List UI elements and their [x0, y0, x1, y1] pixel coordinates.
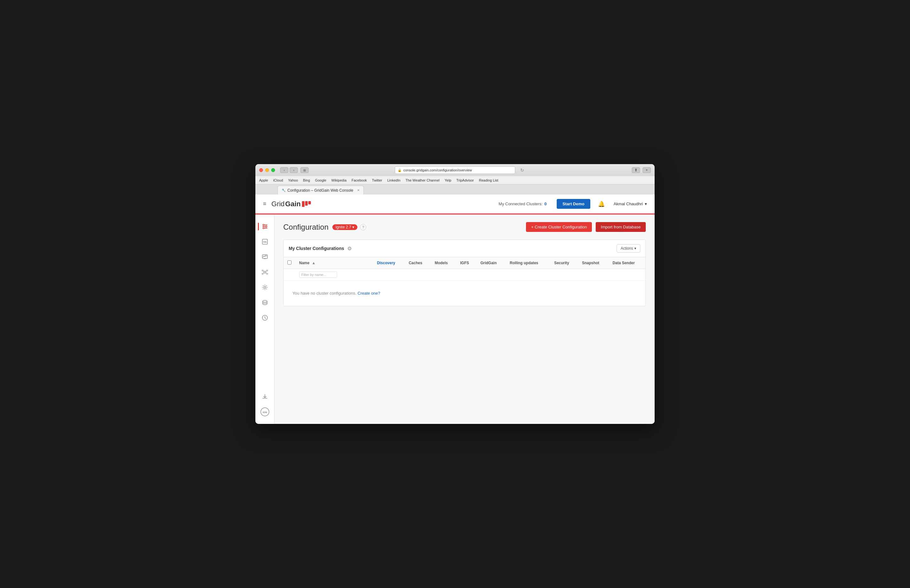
create-one-link[interactable]: Create one? — [358, 291, 381, 296]
create-cluster-config-button[interactable]: + Create Cluster Configuration — [526, 222, 592, 232]
snapshot-column-header: Snapshot — [578, 257, 609, 269]
sidebar-item-scheduler[interactable] — [258, 311, 272, 325]
filter-by-name-input[interactable] — [299, 271, 337, 278]
close-button[interactable] — [259, 168, 263, 172]
tab-title: Configuration – GridGain Web Console — [288, 188, 353, 192]
svg-point-15 — [267, 273, 268, 275]
ignite-logo-icon: IGN — [260, 407, 269, 416]
name-col-label: Name — [299, 261, 310, 265]
sidebar-item-cluster[interactable] — [258, 265, 272, 279]
bookmark-yahoo[interactable]: Yahoo — [288, 178, 298, 182]
clock-icon — [262, 315, 268, 321]
bookmark-apple[interactable]: Apple — [259, 178, 268, 182]
new-tab-button[interactable]: + — [643, 167, 651, 173]
svg-point-11 — [264, 271, 266, 273]
logo-bar-1 — [302, 201, 304, 207]
filter-caches-cell — [405, 269, 431, 281]
lock-icon: 🔒 — [398, 168, 401, 172]
table-card-header: My Cluster Configurations ⚙ Actions ▾ — [284, 240, 645, 257]
mac-window: ‹ › ⊞ 🔒 console.gridgain.com/configurati… — [255, 164, 655, 424]
cluster-icon — [262, 269, 268, 275]
bookmarks-bar: Apple iCloud Yahoo Bing Google Wikipedia… — [255, 176, 655, 184]
bookmark-tripadvisor[interactable]: TripAdvisor — [456, 178, 474, 182]
connected-clusters-label: My Connected Clusters: 0 — [499, 202, 547, 206]
bookmark-weather[interactable]: The Weather Channel — [406, 178, 440, 182]
bookmark-wikipedia[interactable]: Wikipedia — [331, 178, 347, 182]
logo-bar-2 — [305, 201, 308, 206]
select-all-header — [284, 257, 295, 269]
logo-icon — [302, 201, 311, 207]
svg-point-12 — [262, 270, 263, 271]
empty-state-row: You have no cluster configurations. Crea… — [284, 281, 645, 306]
sidebar-toggle-button[interactable]: ⊞ — [301, 167, 309, 173]
reload-button[interactable]: ↻ — [520, 168, 524, 173]
help-button[interactable]: ? — [360, 224, 366, 230]
security-column-header: Security — [550, 257, 578, 269]
forward-button[interactable]: › — [289, 167, 298, 173]
hamburger-icon[interactable]: ≡ — [263, 200, 267, 207]
select-all-checkbox[interactable] — [288, 260, 291, 265]
address-bar[interactable]: 🔒 console.gridgain.com/configuration/ove… — [395, 166, 515, 174]
app-header: ≡ GridGain My Connected Clusters: 0 Star… — [255, 194, 655, 213]
version-badge[interactable]: Ignite 2.7 ▾ — [332, 224, 357, 230]
user-name: Akmal Chaudhri — [614, 202, 643, 206]
title-bar-actions: ⬆ + — [632, 167, 651, 173]
start-demo-button[interactable]: Start Demo — [557, 199, 590, 209]
bookmark-icloud[interactable]: iCloud — [273, 178, 283, 182]
page-header: Configuration Ignite 2.7 ▾ ? + Create Cl… — [283, 222, 646, 232]
svg-point-3 — [263, 224, 264, 226]
logo-gain-text: Gain — [285, 200, 301, 208]
import-from-database-button[interactable]: Import from Database — [596, 222, 646, 232]
bookmark-bing[interactable]: Bing — [303, 178, 310, 182]
filter-snapshot-cell — [578, 269, 609, 281]
nav-buttons: ‹ › — [280, 167, 298, 173]
sidebar-item-ignite-logo[interactable]: IGN — [258, 405, 272, 419]
tab-close-button[interactable]: ✕ — [357, 189, 360, 192]
sidebar-item-configuration[interactable] — [258, 220, 272, 234]
sidebar-item-sql[interactable]: SQL — [258, 235, 272, 249]
bookmark-facebook[interactable]: Facebook — [352, 178, 367, 182]
connected-label-text: My Connected Clusters: — [499, 202, 543, 206]
bookmark-yelp[interactable]: Yelp — [444, 178, 451, 182]
share-button[interactable]: ⬆ — [632, 167, 640, 173]
logo[interactable]: GridGain — [272, 200, 311, 208]
discovery-link[interactable]: Discovery — [377, 261, 395, 265]
actions-arrow-icon: ▾ — [634, 246, 636, 250]
config-icon — [262, 223, 268, 230]
bookmark-google[interactable]: Google — [315, 178, 326, 182]
bookmark-readinglist[interactable]: Reading List — [479, 178, 498, 182]
filter-discovery-cell — [373, 269, 405, 281]
data-sender-column-header: Data Sender — [609, 257, 645, 269]
bookmark-linkedin[interactable]: LinkedIn — [387, 178, 401, 182]
cluster-count: 0 — [544, 202, 546, 206]
filter-rolling-cell — [506, 269, 550, 281]
table-settings-button[interactable]: ⚙ — [347, 246, 352, 252]
bookmark-twitter[interactable]: Twitter — [372, 178, 382, 182]
traffic-lights — [259, 168, 275, 172]
svg-point-5 — [263, 228, 264, 229]
svg-text:SQL: SQL — [263, 241, 267, 243]
content-area: Configuration Ignite 2.7 ▾ ? + Create Cl… — [275, 215, 655, 424]
sidebar-item-download[interactable] — [258, 390, 272, 404]
active-tab[interactable]: 🔧 Configuration – GridGain Web Console ✕ — [278, 186, 364, 194]
monitoring-icon — [262, 254, 268, 260]
sidebar-item-database[interactable] — [258, 296, 272, 310]
user-menu[interactable]: Akmal Chaudhri ▾ — [614, 202, 647, 206]
minimize-button[interactable] — [265, 168, 269, 172]
notification-button[interactable]: 🔔 — [598, 200, 605, 207]
back-button[interactable]: ‹ — [280, 167, 288, 173]
maximize-button[interactable] — [271, 168, 275, 172]
discovery-column-header: Discovery — [373, 257, 405, 269]
sidebar-item-monitoring[interactable] — [258, 250, 272, 264]
title-bar: ‹ › ⊞ 🔒 console.gridgain.com/configurati… — [255, 164, 655, 176]
tab-bar: 🔧 Configuration – GridGain Web Console ✕ — [255, 184, 655, 194]
name-column-header[interactable]: Name ▲ — [295, 257, 373, 269]
svg-point-14 — [262, 273, 263, 275]
sql-icon: SQL — [262, 239, 268, 245]
actions-button[interactable]: Actions ▾ — [617, 244, 640, 252]
empty-message: You have no cluster configurations. Crea… — [288, 283, 642, 303]
filter-row — [284, 269, 645, 281]
sidebar-item-settings[interactable] — [258, 280, 272, 294]
filter-name-cell — [295, 269, 373, 281]
svg-point-20 — [264, 286, 266, 288]
